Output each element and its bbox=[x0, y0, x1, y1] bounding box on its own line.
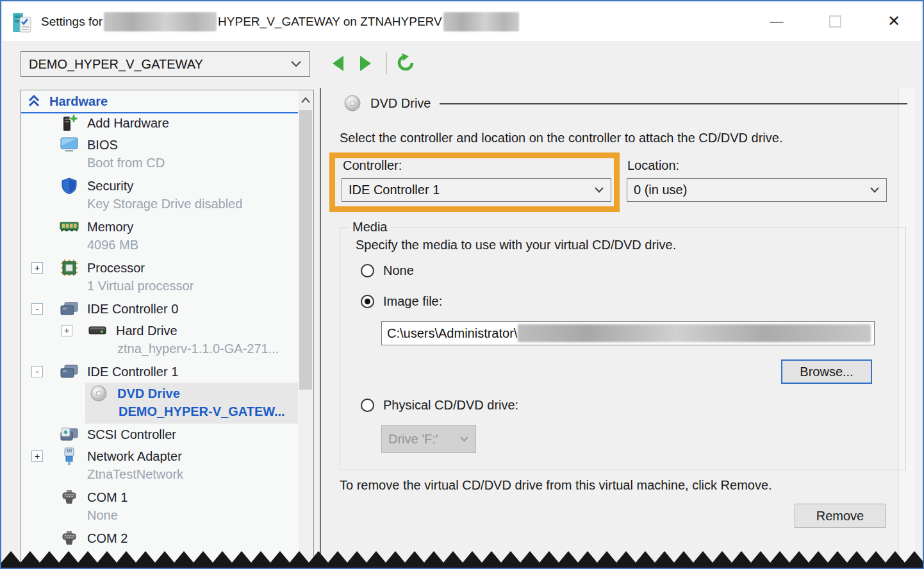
tree-item-security[interactable]: Security bbox=[21, 175, 298, 197]
tree-item-com2[interactable]: COM 2 bbox=[21, 527, 298, 549]
title-bar: Settings forHYPER_V_GATEWAY on ZTNAHYPER… bbox=[3, 3, 921, 41]
tree-subtext-security: Key Storage Drive disabled bbox=[21, 197, 298, 216]
expander-toggle[interactable]: + bbox=[31, 262, 43, 274]
tree-item-dvd-drive-selected[interactable]: DVD Drive DEMO_HYPER-V_GATEW... bbox=[85, 383, 298, 424]
remove-hint-text: To remove the virtual CD/DVD drive from … bbox=[340, 478, 772, 493]
vm-selector-dropdown[interactable]: DEMO_HYPER_V_GATEWAY bbox=[21, 51, 310, 77]
physical-drive-dropdown-disabled: Drive 'F:' bbox=[381, 425, 476, 453]
add-hardware-icon bbox=[60, 114, 79, 132]
scroll-up-icon[interactable] bbox=[299, 94, 313, 106]
window-title: Settings forHYPER_V_GATEWAY on ZTNAHYPER… bbox=[41, 3, 520, 41]
tree-item-bios[interactable]: BIOS bbox=[21, 134, 298, 156]
memory-icon bbox=[60, 218, 79, 236]
tree-subtext-network-adapter: ZtnaTestNetwork bbox=[21, 467, 298, 486]
highlight-annotation-box bbox=[329, 153, 620, 212]
redacted-block bbox=[443, 12, 519, 31]
tree-item-com1[interactable]: COM 1 bbox=[21, 486, 298, 508]
section-title: DVD Drive bbox=[370, 96, 431, 111]
tree-item-memory[interactable]: Memory bbox=[21, 216, 298, 238]
com-port-icon bbox=[60, 529, 79, 547]
scsi-controller-icon bbox=[60, 425, 79, 443]
section-rule bbox=[440, 103, 907, 104]
toolbar-separator bbox=[386, 53, 387, 74]
media-option-none[interactable]: None bbox=[361, 263, 414, 278]
media-groupbox-legend: Media bbox=[349, 220, 390, 235]
expander-toggle[interactable]: + bbox=[61, 325, 72, 336]
network-adapter-icon bbox=[60, 447, 79, 465]
hardware-header-label: Hardware bbox=[49, 94, 108, 109]
tree-item-add-hardware[interactable]: Add Hardware bbox=[21, 112, 298, 134]
hardware-tree-panel: Hardware Add Hardware bbox=[21, 90, 314, 568]
minimize-button[interactable]: — bbox=[761, 3, 793, 40]
expander-toggle[interactable]: + bbox=[31, 450, 43, 462]
chevron-down-icon bbox=[290, 60, 302, 68]
close-button[interactable]: ✕ bbox=[878, 3, 910, 40]
chevron-down-icon bbox=[870, 186, 880, 194]
media-description: Specify the media to use with your virtu… bbox=[356, 238, 676, 252]
ide-controller-icon bbox=[60, 363, 79, 381]
bios-icon bbox=[60, 136, 79, 154]
tree-subtext-bios: Boot from CD bbox=[21, 156, 298, 175]
back-button[interactable] bbox=[328, 54, 347, 73]
tree-item-network-adapter[interactable]: + Network Adapter bbox=[21, 445, 298, 467]
image-file-path-input[interactable]: C:\users\Administrator\ bbox=[381, 321, 875, 345]
hardware-header[interactable]: Hardware bbox=[21, 90, 313, 112]
redacted-block bbox=[104, 12, 217, 31]
expander-toggle[interactable]: - bbox=[31, 303, 43, 315]
processor-icon bbox=[60, 259, 79, 277]
intro-text: Select the controller and location on th… bbox=[340, 131, 782, 145]
tree-subtext-processor: 1 Virtual processor bbox=[21, 279, 298, 298]
tree-subtext-memory: 4096 MB bbox=[21, 238, 298, 257]
tree-item-dvd-drive[interactable]: DVD Drive bbox=[85, 383, 298, 404]
forward-button[interactable] bbox=[356, 54, 375, 73]
ide-controller-icon bbox=[60, 300, 79, 318]
tree-item-ide-controller-0[interactable]: - IDE Controller 0 bbox=[21, 298, 298, 320]
pane-divider bbox=[320, 88, 321, 568]
dvd-drive-icon bbox=[343, 94, 361, 112]
redacted-block bbox=[518, 324, 871, 342]
location-dropdown[interactable]: 0 (in use) bbox=[627, 178, 887, 202]
radio-none[interactable] bbox=[361, 264, 374, 277]
image-file-path-value: C:\users\Administrator\ bbox=[387, 326, 517, 341]
physical-drive-value: Drive 'F:' bbox=[388, 432, 438, 447]
media-option-physical-drive[interactable]: Physical CD/DVD drive: bbox=[361, 398, 518, 413]
expander-toggle[interactable]: - bbox=[31, 366, 43, 377]
media-groupbox: Media Specify the media to use with your… bbox=[340, 227, 906, 470]
maximize-button[interactable] bbox=[819, 3, 851, 40]
com-port-icon bbox=[60, 488, 79, 506]
vm-selector-value: DEMO_HYPER_V_GATEWAY bbox=[29, 57, 203, 72]
chevron-down-icon bbox=[459, 436, 469, 442]
torn-edge-decoration bbox=[1, 550, 923, 568]
collapse-all-icon bbox=[28, 95, 40, 108]
dvd-drive-icon bbox=[89, 384, 108, 402]
tree-item-processor[interactable]: + Processor bbox=[21, 257, 298, 279]
media-option-image-file[interactable]: Image file: bbox=[361, 294, 442, 309]
radio-image-file[interactable] bbox=[361, 295, 374, 308]
remove-button[interactable]: Remove bbox=[795, 504, 886, 528]
tree-subtext-com1: None bbox=[21, 508, 298, 527]
refresh-button[interactable] bbox=[395, 52, 417, 74]
tree-item-ide-controller-1[interactable]: - IDE Controller 1 bbox=[21, 361, 298, 383]
tree-subtext-hard-drive: ztna_hyperv-1.1.0-GA-271... bbox=[21, 342, 298, 361]
tree-item-hard-drive[interactable]: + Hard Drive bbox=[21, 320, 298, 342]
tree-subtext-dvd-drive: DEMO_HYPER-V_GATEW... bbox=[85, 404, 298, 424]
browse-button[interactable]: Browse... bbox=[781, 359, 872, 384]
scrollbar-thumb[interactable] bbox=[299, 110, 312, 390]
hard-drive-icon bbox=[88, 322, 107, 340]
security-icon bbox=[60, 177, 79, 195]
app-icon bbox=[12, 11, 35, 34]
location-value: 0 (in use) bbox=[634, 183, 687, 197]
location-label: Location: bbox=[627, 158, 679, 173]
tree-scrollbar[interactable] bbox=[299, 91, 313, 566]
maximize-icon bbox=[829, 15, 841, 28]
tree-item-scsi-controller[interactable]: SCSI Controller bbox=[21, 424, 298, 445]
dvd-drive-section-header: DVD Drive bbox=[343, 92, 907, 114]
radio-physical-drive[interactable] bbox=[361, 399, 374, 412]
settings-window: Settings forHYPER_V_GATEWAY on ZTNAHYPER… bbox=[0, 0, 924, 569]
